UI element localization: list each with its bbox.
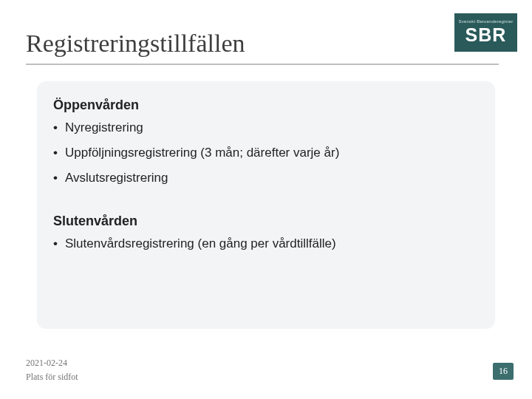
list-item: Uppföljningsregistrering (3 mån; därefte… xyxy=(53,146,479,160)
page-title: Registreringstillfällen xyxy=(26,30,245,58)
section-heading-oppenvarden: Öppenvården xyxy=(53,98,479,113)
title-underline xyxy=(26,64,499,65)
list-item: Nyregistrering xyxy=(53,120,479,135)
footer-date: 2021-02-24 xyxy=(26,358,78,369)
page-number-badge: 16 xyxy=(493,363,514,380)
logo-subtitle: Svenskt Beroenderegister xyxy=(459,19,514,24)
section-heading-slutenvarden: Slutenvården xyxy=(53,214,479,229)
slide: Registreringstillfällen Svenskt Beroende… xyxy=(0,0,532,399)
footer-place: Plats för sidfot xyxy=(26,372,78,383)
list-item: Avslutsregistrering xyxy=(53,171,479,185)
footer: 2021-02-24 Plats för sidfot xyxy=(26,358,78,383)
content-panel: Öppenvården Nyregistrering Uppföljningsr… xyxy=(37,81,495,329)
list-oppenvarden: Nyregistrering Uppföljningsregistrering … xyxy=(53,120,479,185)
logo-main: SBR xyxy=(466,24,507,46)
logo: Svenskt Beroenderegister SBR xyxy=(454,13,517,52)
list-slutenvarden: Slutenvårdsregistrering (en gång per vår… xyxy=(53,236,479,251)
list-item: Slutenvårdsregistrering (en gång per vår… xyxy=(53,236,479,251)
